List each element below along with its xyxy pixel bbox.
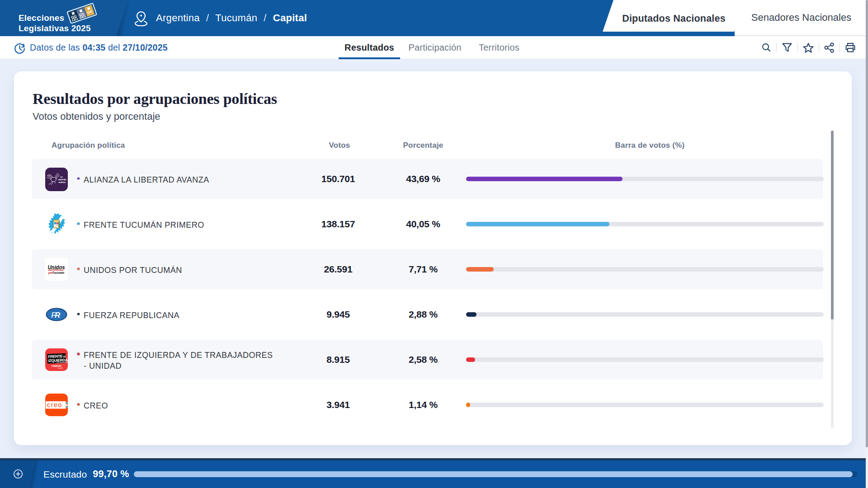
svg-text:AVANZA: AVANZA	[59, 181, 66, 183]
svg-text:LA: LA	[60, 176, 63, 178]
svg-text:UNIDAD: UNIDAD	[52, 365, 61, 367]
svg-text:LIBERTAD: LIBERTAD	[58, 178, 66, 181]
svg-text:Tucumán: Tucumán	[52, 271, 64, 274]
svg-text:creo: creo	[47, 401, 62, 408]
svg-text:R: R	[55, 311, 61, 319]
svg-text:Y DE TRABAJADORES: Y DE TRABAJADORES	[56, 361, 68, 364]
